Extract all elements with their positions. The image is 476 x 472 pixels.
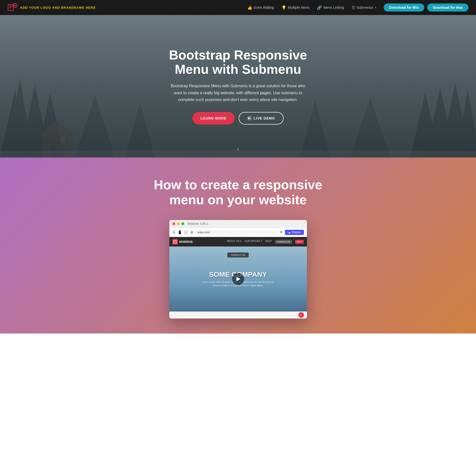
- app-logo-icon: [173, 240, 177, 244]
- hero-content: Bootstrap Responsive Menu with Submenu B…: [163, 48, 313, 124]
- nav-links: 👍 Icons Adding 💡 Multiple Items 🔗 Items …: [247, 5, 376, 10]
- hero-title: Bootstrap Responsive Menu with Submenu: [168, 48, 308, 76]
- nav-item-items-linking[interactable]: 🔗 Items Linking: [317, 5, 344, 10]
- section2-title: How to create a responsive menu on your …: [151, 178, 326, 208]
- mockup-titlebar: Mobirise 3.05.1: [169, 220, 307, 228]
- brand-logo-icon: [8, 2, 18, 12]
- mockup-app-logo: MOBIRISE: [172, 239, 193, 244]
- scroll-down-arrow: ↓: [237, 145, 239, 152]
- close-dot: [172, 222, 175, 225]
- play-icon: ▶: [247, 116, 252, 120]
- section2: How to create a responsive menu on your …: [0, 158, 476, 334]
- tablet-icon: ⬜: [184, 230, 188, 234]
- link-icon: 🔗: [317, 5, 322, 10]
- mobile-icon: 📱: [178, 230, 182, 234]
- mockup-content-area: CONTACT US SOME COMPANY Lorem ipsum dolo…: [169, 246, 307, 312]
- nav-label-multiple-items: Multiple Items: [288, 6, 309, 10]
- hero-description: Bootstrap Responsive Menu with Submenu i…: [168, 82, 308, 103]
- hero-buttons: LEARN MORE ▶ LIVE DEMO: [168, 112, 308, 124]
- maximize-dot: [181, 222, 184, 225]
- nav-item-submenus[interactable]: ☰ Submenus ▾: [352, 5, 376, 10]
- cloud-icon: ☁: [288, 231, 291, 234]
- nav-label-submenus: Submenus: [357, 6, 373, 10]
- nav-buttons: Download for Win Download for Mac: [384, 4, 468, 12]
- mockup-title-text: Mobirise 3.05.1: [188, 222, 208, 226]
- play-triangle-icon: [236, 277, 240, 281]
- nav-label-items-linking: Items Linking: [323, 6, 344, 10]
- mockup-nav-project: OUR PROJECT: [244, 240, 262, 244]
- live-demo-button[interactable]: ▶ LIVE DEMO: [239, 112, 284, 124]
- play-overlay-button[interactable]: [232, 273, 244, 285]
- mockup-nav-links: ABOUT US ▾ OUR PROJECT HELP DOWNLOAD BUY: [227, 240, 304, 244]
- publish-label: Publish: [292, 231, 301, 234]
- mockup-popup: CONTACT US: [227, 252, 249, 258]
- url-bar[interactable]: index.html: [196, 230, 278, 234]
- learn-more-button[interactable]: LEARN MORE: [192, 112, 234, 124]
- chevron-down-icon: ▾: [375, 6, 376, 9]
- mockup-nav-buy-btn[interactable]: BUY: [295, 240, 304, 244]
- nav-item-multiple-items[interactable]: 💡 Multiple Items: [281, 5, 309, 10]
- desktop-icon: 🖥: [190, 230, 194, 234]
- brand: ADD YOUR LOGO AND BRANDNAME HERE: [8, 2, 96, 12]
- mockup-nav: MOBIRISE ABOUT US ▾ OUR PROJECT HELP DOW…: [169, 237, 307, 246]
- thumbsup-icon: 👍: [247, 5, 252, 10]
- bulb-icon: 💡: [281, 5, 286, 10]
- download-mac-button[interactable]: Download for Mac: [427, 4, 468, 12]
- nav-label-icons-adding: Icons Adding: [254, 6, 274, 10]
- toolbar-right: 👁 ☁ Publish: [279, 230, 304, 235]
- nav-item-icons-adding[interactable]: 👍 Icons Adding: [247, 5, 274, 10]
- publish-button[interactable]: ☁ Publish: [285, 230, 304, 235]
- mockup-nav-help: HELP: [265, 240, 272, 244]
- minimize-dot: [177, 222, 180, 225]
- mockup-nav-download-btn[interactable]: DOWNLOAD: [275, 240, 292, 244]
- svg-rect-0: [8, 4, 14, 10]
- hamburger-icon: ☰: [172, 230, 176, 234]
- menu-icon: ☰: [352, 5, 355, 10]
- live-demo-label: LIVE DEMO: [254, 116, 275, 120]
- brand-name: ADD YOUR LOGO AND BRANDNAME HERE: [20, 6, 96, 10]
- hero-section: Bootstrap Responsive Menu with Submenu B…: [0, 15, 476, 158]
- navbar: ADD YOUR LOGO AND BRANDNAME HERE 👍 Icons…: [0, 0, 476, 15]
- download-win-button[interactable]: Download for Win: [384, 4, 424, 12]
- mockup-bottom-bar: +: [169, 312, 307, 318]
- mockup-nav-about: ABOUT US ▾: [227, 240, 241, 244]
- video-mockup: Mobirise 3.05.1 ☰ 📱 ⬜ 🖥 index.html 👁 ☁ P…: [169, 220, 307, 318]
- eye-icon: 👁: [279, 230, 283, 234]
- mockup-logo-text: MOBIRISE: [179, 240, 193, 243]
- app-logo-box: [172, 239, 178, 244]
- mockup-toolbar: ☰ 📱 ⬜ 🖥 index.html 👁 ☁ Publish: [169, 228, 307, 237]
- add-block-button[interactable]: +: [298, 312, 304, 318]
